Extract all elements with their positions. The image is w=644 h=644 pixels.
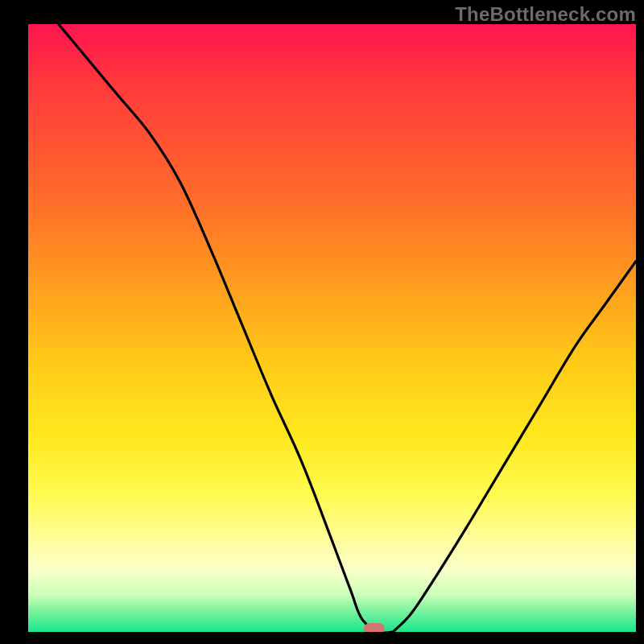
bottleneck-curve	[28, 24, 636, 632]
plot-area	[28, 24, 636, 632]
watermark-label: TheBottleneck.com	[455, 3, 636, 26]
chart-frame: TheBottleneck.com	[0, 0, 644, 644]
